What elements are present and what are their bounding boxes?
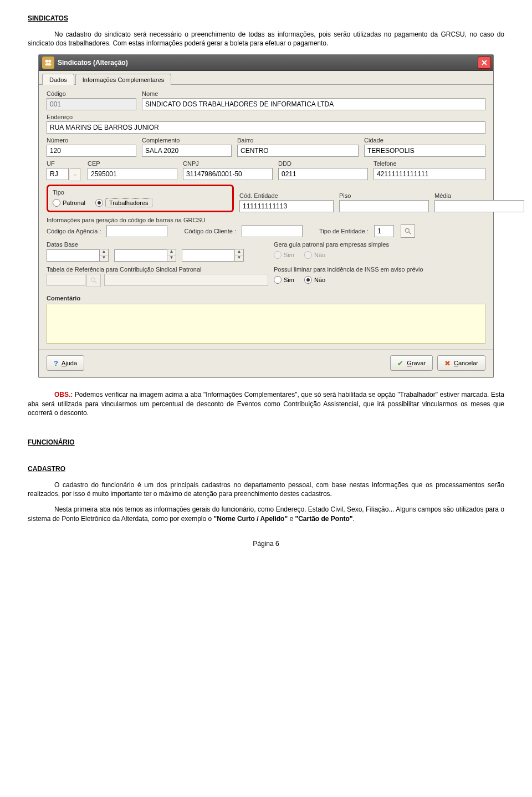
svg-line-4: [409, 232, 411, 234]
datas-base-spinner-3[interactable]: ▲▼: [182, 249, 244, 262]
label-cnpj: CNPJ: [183, 160, 273, 167]
gravar-button[interactable]: ✔ Gravar: [390, 355, 433, 371]
piso-field[interactable]: [339, 200, 429, 212]
label-tabela-ref: Tabela de Referência para Contribuição S…: [47, 266, 268, 273]
label-codigo: Código: [47, 90, 136, 97]
label-tipo-entidade: Tipo de Entidade :: [319, 228, 369, 234]
radio-liminar-sim[interactable]: Sim: [274, 276, 294, 284]
help-icon: ?: [54, 359, 58, 367]
titlebar-text: Sindicatos (Alteração): [58, 59, 478, 67]
paragraph: No cadastro do sindicato será necessário…: [28, 30, 504, 48]
codigo-field: [47, 98, 136, 110]
titlebar: Sindicatos (Alteração): [39, 55, 493, 71]
tipo-entidade-lookup-button[interactable]: [401, 224, 415, 238]
svg-line-6: [95, 282, 97, 284]
paragraph-obs: OBS.: Podemos verificar na imagem acima …: [28, 390, 504, 417]
endereco-field[interactable]: [47, 121, 485, 134]
label-cod-cliente: Código do Cliente :: [184, 228, 236, 234]
obs-text: Podemos verificar na imagem acima a aba …: [28, 391, 504, 416]
label-cod-entidade: Cód. Entidade: [239, 192, 334, 199]
label-nome: Nome: [142, 90, 485, 97]
tipo-entidade-field[interactable]: [374, 225, 394, 237]
gravar-label: ravar: [412, 360, 426, 366]
label-piso: Piso: [339, 192, 429, 199]
radio-gera-guia-sim: Sim: [274, 251, 294, 259]
radio-trabalhadores[interactable]: Trabalhadores: [95, 198, 152, 207]
tabela-ref-code: [47, 274, 85, 286]
cod-cliente-field[interactable]: [242, 225, 303, 237]
label-numero: Número: [47, 137, 136, 144]
label-uf: UF: [47, 160, 82, 167]
tab-strip: Dados Informações Complementares: [39, 71, 493, 85]
cancelar-label: ancelar: [458, 360, 478, 366]
cep-field[interactable]: [88, 168, 177, 180]
label-complemento: Complemento: [142, 137, 232, 144]
label-comentario: Comentário: [47, 295, 485, 302]
numero-field[interactable]: [47, 145, 136, 157]
close-button[interactable]: [478, 57, 491, 69]
check-icon: ✔: [397, 359, 403, 367]
nome-field[interactable]: [142, 98, 485, 110]
tab-dados[interactable]: Dados: [42, 74, 74, 85]
uf-lookup-button[interactable]: ⌕: [70, 168, 80, 181]
telefone-field[interactable]: [374, 168, 485, 180]
ajuda-button[interactable]: ? Ajuda: [47, 355, 84, 371]
heading-sindicatos: SINDICATOS: [28, 14, 504, 22]
tipo-group-highlight: Tipo Patronal Trabalhadores: [47, 185, 234, 212]
bairro-field[interactable]: [237, 145, 359, 157]
svg-point-3: [405, 229, 409, 233]
tab-informacoes-complementares[interactable]: Informações Complementares: [75, 74, 171, 85]
heading-cadastro: CADASTRO: [28, 465, 504, 473]
label-liminar: Possui liminar para incidência de INSS e…: [274, 266, 485, 273]
label-bairro: Bairro: [237, 137, 359, 144]
label-datas-base: Datas Base: [47, 241, 268, 248]
radio-patronal[interactable]: Patronal: [53, 199, 85, 207]
label-cod-agencia: Código da Agência :: [47, 228, 101, 234]
label-cidade: Cidade: [364, 137, 485, 144]
uf-field[interactable]: [47, 168, 69, 180]
complemento-field[interactable]: [142, 145, 232, 157]
heading-funcionario: FUNCIONÁRIO: [28, 438, 504, 446]
cidade-field[interactable]: [364, 145, 485, 157]
radio-gera-guia-nao: Não: [304, 251, 325, 259]
ajuda-label: juda: [65, 360, 77, 366]
page-footer: Página 6: [28, 540, 504, 548]
media-field[interactable]: [434, 200, 524, 212]
svg-point-5: [91, 278, 95, 282]
label-tipo: Tipo: [53, 189, 64, 196]
label-gera-guia: Gera guia patronal para empresas simples: [274, 241, 485, 248]
label-ddd: DDD: [278, 160, 368, 167]
paragraph: O cadastro do funcionário é um dos princ…: [28, 481, 504, 498]
radio-liminar-nao[interactable]: Não: [304, 276, 325, 284]
label-cep: CEP: [88, 160, 177, 167]
label-media: Média: [434, 192, 524, 199]
ddd-field[interactable]: [278, 168, 368, 180]
tabela-ref-desc: [104, 274, 268, 286]
tabela-ref-lookup-button: [86, 274, 101, 287]
cnpj-field[interactable]: [183, 168, 273, 180]
cod-entidade-field[interactable]: [239, 200, 334, 212]
label-telefone: Telefone: [374, 160, 485, 167]
paragraph: Nesta primeira aba nós temos as informaç…: [28, 505, 504, 523]
app-icon: [42, 57, 54, 69]
cancel-icon: ✖: [444, 359, 451, 367]
svg-point-0: [45, 60, 48, 63]
datas-base-spinner-2[interactable]: ▲▼: [114, 249, 176, 262]
obs-prefix: OBS.:: [54, 391, 73, 398]
radio-patronal-label: Patronal: [63, 200, 85, 206]
svg-point-1: [48, 60, 51, 63]
dialog-sindicatos: Sindicatos (Alteração) Dados Informações…: [38, 54, 494, 378]
label-endereco: Endereço: [47, 114, 485, 120]
cancelar-button[interactable]: ✖ Cancelar: [437, 355, 485, 371]
comentario-area[interactable]: [47, 304, 485, 344]
datas-base-spinner-1[interactable]: ▲▼: [47, 249, 109, 262]
cod-agencia-field[interactable]: [106, 225, 167, 237]
label-info-grcsu: Informações para geração do código de ba…: [47, 217, 485, 223]
radio-trabalhadores-label: Trabalhadores: [105, 198, 152, 207]
svg-rect-2: [45, 64, 52, 66]
